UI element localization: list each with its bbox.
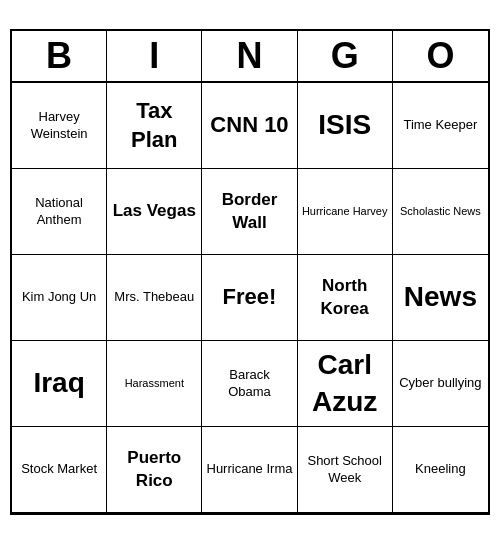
bingo-cell-10: Kim Jong Un xyxy=(12,255,107,341)
bingo-cell-9: Scholastic News xyxy=(393,169,488,255)
bingo-header: BINGO xyxy=(12,31,488,83)
bingo-cell-24: Kneeling xyxy=(393,427,488,513)
bingo-cell-3: ISIS xyxy=(298,83,393,169)
bingo-letter-n: N xyxy=(202,31,297,81)
bingo-cell-12: Free! xyxy=(202,255,297,341)
bingo-letter-i: I xyxy=(107,31,202,81)
bingo-cell-18: Carl Azuz xyxy=(298,341,393,427)
bingo-cell-14: News xyxy=(393,255,488,341)
bingo-cell-20: Stock Market xyxy=(12,427,107,513)
bingo-cell-7: Border Wall xyxy=(202,169,297,255)
bingo-cell-2: CNN 10 xyxy=(202,83,297,169)
bingo-cell-4: Time Keeper xyxy=(393,83,488,169)
bingo-letter-b: B xyxy=(12,31,107,81)
bingo-cell-23: Short School Week xyxy=(298,427,393,513)
bingo-cell-17: Barack Obama xyxy=(202,341,297,427)
bingo-letter-g: G xyxy=(298,31,393,81)
bingo-cell-13: North Korea xyxy=(298,255,393,341)
bingo-cell-16: Harassment xyxy=(107,341,202,427)
bingo-cell-0: Harvey Weinstein xyxy=(12,83,107,169)
bingo-grid: Harvey WeinsteinTax PlanCNN 10ISISTime K… xyxy=(12,83,488,513)
bingo-cell-6: Las Vegas xyxy=(107,169,202,255)
bingo-cell-22: Hurricane Irma xyxy=(202,427,297,513)
bingo-card: BINGO Harvey WeinsteinTax PlanCNN 10ISIS… xyxy=(10,29,490,515)
bingo-cell-21: Puerto Rico xyxy=(107,427,202,513)
bingo-cell-1: Tax Plan xyxy=(107,83,202,169)
bingo-cell-15: Iraq xyxy=(12,341,107,427)
bingo-cell-5: National Anthem xyxy=(12,169,107,255)
bingo-letter-o: O xyxy=(393,31,488,81)
bingo-cell-19: Cyber bullying xyxy=(393,341,488,427)
bingo-cell-8: Hurricane Harvey xyxy=(298,169,393,255)
bingo-cell-11: Mrs. Thebeau xyxy=(107,255,202,341)
